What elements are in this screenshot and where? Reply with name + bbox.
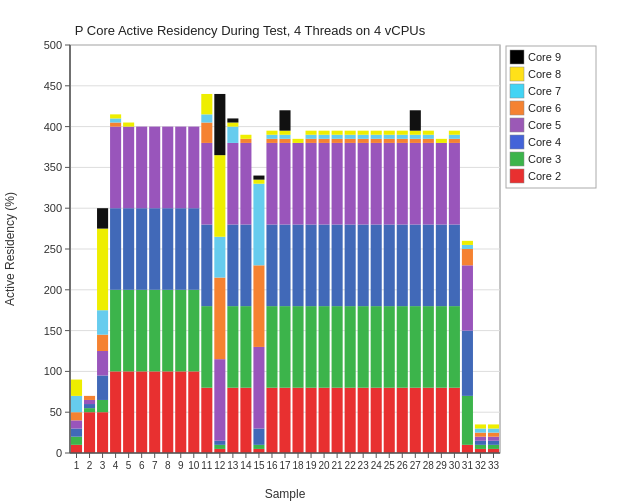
svg-rect-165 <box>279 143 290 225</box>
svg-rect-83 <box>149 371 160 453</box>
svg-text:11: 11 <box>201 460 213 471</box>
svg-text:Core 8: Core 8 <box>528 68 561 80</box>
svg-text:20: 20 <box>319 460 331 471</box>
svg-rect-98 <box>175 127 186 209</box>
svg-rect-70 <box>123 371 134 453</box>
svg-rect-51 <box>97 412 108 453</box>
svg-rect-261 <box>423 388 434 453</box>
svg-rect-89 <box>162 371 173 453</box>
svg-rect-209 <box>345 143 356 225</box>
svg-rect-262 <box>423 306 434 388</box>
svg-rect-246 <box>397 139 408 143</box>
svg-rect-48 <box>84 396 95 400</box>
svg-rect-44 <box>84 412 95 453</box>
svg-rect-193 <box>319 135 330 139</box>
svg-rect-40 <box>71 396 82 412</box>
svg-rect-200 <box>332 143 343 225</box>
svg-rect-330 <box>510 152 524 166</box>
svg-rect-206 <box>345 388 356 453</box>
svg-rect-102 <box>188 290 199 372</box>
svg-rect-270 <box>436 388 447 453</box>
svg-rect-85 <box>149 208 160 290</box>
svg-rect-67 <box>110 114 121 118</box>
svg-rect-153 <box>266 388 277 453</box>
svg-rect-248 <box>397 131 408 135</box>
svg-rect-111 <box>201 123 212 143</box>
svg-rect-167 <box>279 135 290 139</box>
svg-rect-218 <box>358 143 369 225</box>
svg-rect-148 <box>253 184 264 266</box>
svg-rect-274 <box>436 139 447 143</box>
svg-rect-199 <box>332 225 343 307</box>
svg-rect-130 <box>227 127 238 143</box>
svg-rect-291 <box>462 245 473 249</box>
svg-rect-202 <box>332 135 343 139</box>
svg-text:10: 10 <box>188 460 200 471</box>
svg-rect-301 <box>475 424 486 428</box>
svg-rect-79 <box>136 208 147 290</box>
svg-rect-298 <box>475 437 486 441</box>
svg-rect-281 <box>449 139 460 143</box>
svg-rect-253 <box>410 225 421 307</box>
svg-rect-80 <box>136 127 147 209</box>
svg-text:28: 28 <box>423 460 435 471</box>
svg-rect-267 <box>423 131 434 135</box>
svg-rect-224 <box>371 388 382 453</box>
svg-rect-219 <box>358 139 369 143</box>
svg-rect-169 <box>279 110 290 130</box>
svg-rect-61 <box>110 371 121 453</box>
svg-text:15: 15 <box>253 460 265 471</box>
svg-rect-182 <box>306 143 317 225</box>
svg-rect-126 <box>227 388 238 453</box>
svg-text:21: 21 <box>332 460 344 471</box>
svg-rect-144 <box>253 445 264 449</box>
svg-rect-282 <box>449 135 460 139</box>
svg-rect-176 <box>292 139 303 143</box>
svg-text:18: 18 <box>292 460 304 471</box>
svg-rect-278 <box>449 306 460 388</box>
svg-rect-297 <box>475 441 486 445</box>
svg-rect-157 <box>266 139 277 143</box>
svg-rect-57 <box>97 229 108 311</box>
svg-text:5: 5 <box>126 460 132 471</box>
svg-rect-245 <box>397 143 408 225</box>
svg-rect-39 <box>71 412 82 420</box>
svg-text:8: 8 <box>165 460 171 471</box>
svg-rect-221 <box>358 131 369 135</box>
svg-rect-247 <box>397 135 408 139</box>
svg-rect-181 <box>306 225 317 307</box>
svg-rect-184 <box>306 135 317 139</box>
svg-rect-96 <box>175 290 186 372</box>
svg-rect-254 <box>410 143 421 225</box>
svg-rect-256 <box>410 135 421 139</box>
svg-text:Core 6: Core 6 <box>528 102 561 114</box>
main-chart: 0501001502002503003504004505001234567891… <box>0 0 640 503</box>
svg-rect-271 <box>436 306 447 388</box>
svg-rect-286 <box>462 445 473 453</box>
svg-rect-65 <box>110 123 121 127</box>
svg-rect-164 <box>279 225 290 307</box>
svg-rect-91 <box>162 208 173 290</box>
svg-rect-299 <box>475 433 486 437</box>
svg-text:26: 26 <box>397 460 409 471</box>
chart-container: 0501001502002503003504004505001234567891… <box>0 0 640 503</box>
svg-text:7: 7 <box>152 460 158 471</box>
svg-rect-189 <box>319 306 330 388</box>
svg-rect-73 <box>123 127 134 209</box>
svg-rect-272 <box>436 225 447 307</box>
svg-rect-188 <box>319 388 330 453</box>
svg-rect-228 <box>371 139 382 143</box>
svg-rect-210 <box>345 139 356 143</box>
svg-rect-145 <box>253 429 264 445</box>
svg-text:Core 9: Core 9 <box>528 51 561 63</box>
svg-text:300: 300 <box>44 202 62 214</box>
svg-rect-266 <box>423 135 434 139</box>
svg-rect-46 <box>84 404 95 408</box>
svg-rect-173 <box>292 306 303 388</box>
svg-rect-326 <box>510 118 524 132</box>
svg-rect-258 <box>410 110 421 130</box>
svg-rect-131 <box>227 123 238 127</box>
svg-rect-132 <box>227 118 238 122</box>
svg-rect-233 <box>384 388 395 453</box>
svg-rect-103 <box>188 208 199 290</box>
